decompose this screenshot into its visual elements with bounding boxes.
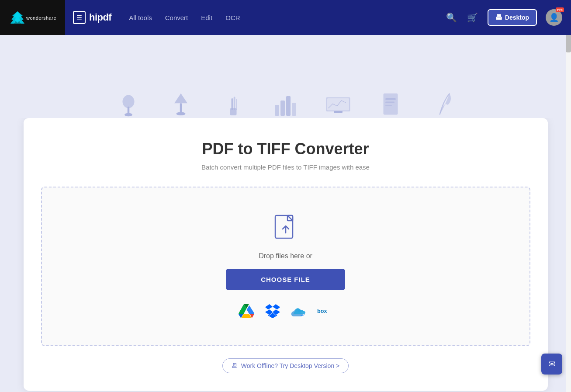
dropbox-icon[interactable] xyxy=(265,303,280,319)
upload-icon xyxy=(272,214,300,243)
user-avatar-wrapper[interactable]: 👤 Pro xyxy=(546,9,562,26)
nav-edit[interactable]: Edit xyxy=(201,14,212,21)
illus-quill xyxy=(430,92,456,118)
message-button[interactable]: ✉ xyxy=(541,354,562,375)
drop-zone[interactable]: Drop files here or CHOOSE FILE xyxy=(41,187,530,346)
illus-lamp xyxy=(168,92,194,118)
svg-rect-11 xyxy=(286,96,291,116)
svg-point-2 xyxy=(125,113,132,117)
illus-pencils xyxy=(220,92,246,118)
nav-convert[interactable]: Convert xyxy=(165,14,188,21)
wondershare-label: wondershare xyxy=(26,15,56,21)
page-subtitle: Batch convert multiple PDF files to TIFF… xyxy=(41,163,530,171)
svg-rect-7 xyxy=(233,97,235,110)
svg-rect-3 xyxy=(180,103,182,113)
svg-text:box: box xyxy=(317,308,327,314)
offline-link[interactable]: 🖶 Work Offline? Try Desktop Version > xyxy=(222,358,349,373)
box-icon[interactable]: box xyxy=(317,303,333,319)
scrollbar-track[interactable] xyxy=(566,0,571,392)
onedrive-icon[interactable] xyxy=(291,303,307,319)
illus-monitor xyxy=(325,92,351,118)
desktop-button[interactable]: 🖶 Desktop xyxy=(488,9,537,26)
google-drive-icon[interactable] xyxy=(239,303,254,319)
nav-actions: 🔍 🛒 🖶 Desktop 👤 Pro xyxy=(446,9,562,26)
svg-rect-17 xyxy=(385,98,396,100)
offline-text: Work Offline? Try Desktop Version > xyxy=(241,362,340,369)
svg-rect-8 xyxy=(236,99,237,110)
choose-file-button[interactable]: CHOOSE FILE xyxy=(226,269,345,290)
svg-rect-10 xyxy=(280,101,285,116)
svg-point-0 xyxy=(122,95,134,108)
svg-rect-15 xyxy=(334,111,343,113)
illus-plant xyxy=(115,92,142,118)
nav-links: All tools Convert Edit OCR xyxy=(129,14,240,21)
desktop-label: Desktop xyxy=(505,14,529,21)
search-icon[interactable]: 🔍 xyxy=(446,12,458,23)
svg-rect-20 xyxy=(275,215,293,238)
nav-ocr[interactable]: OCR xyxy=(225,14,240,21)
desktop-icon: 🖶 xyxy=(495,14,502,21)
svg-rect-18 xyxy=(385,102,395,103)
svg-rect-19 xyxy=(385,105,392,106)
svg-rect-9 xyxy=(275,105,279,116)
navbar: wondershare ≡ hipdf All tools Convert Ed… xyxy=(0,0,571,35)
pro-badge: Pro xyxy=(556,7,564,12)
main-card: PDF to TIFF Converter Batch convert mult… xyxy=(24,118,548,391)
main-content: PDF to TIFF Converter Batch convert mult… xyxy=(0,118,571,392)
drop-text: Drop files here or xyxy=(259,252,312,260)
hipdf-text: hipdf xyxy=(89,12,111,23)
wondershare-logo xyxy=(9,9,26,26)
hipdf-logo[interactable]: ≡ hipdf xyxy=(73,11,111,24)
cart-icon[interactable]: 🛒 xyxy=(467,12,479,23)
illus-bar-chart xyxy=(273,92,299,118)
hero-background xyxy=(0,35,571,118)
hero-illustrations xyxy=(0,92,571,118)
nav-all-tools[interactable]: All tools xyxy=(129,14,152,21)
cloud-icons: box xyxy=(239,303,333,319)
svg-rect-6 xyxy=(231,98,233,110)
brand-logo-area[interactable]: wondershare xyxy=(0,0,65,35)
hipdf-icon: ≡ xyxy=(73,11,86,24)
svg-rect-5 xyxy=(230,108,236,116)
page-title: PDF to TIFF Converter xyxy=(41,140,530,158)
illus-document xyxy=(377,92,404,118)
svg-rect-16 xyxy=(383,94,398,115)
desktop-icon-small: 🖶 xyxy=(232,362,238,369)
svg-point-4 xyxy=(176,112,185,116)
svg-rect-12 xyxy=(292,103,296,116)
